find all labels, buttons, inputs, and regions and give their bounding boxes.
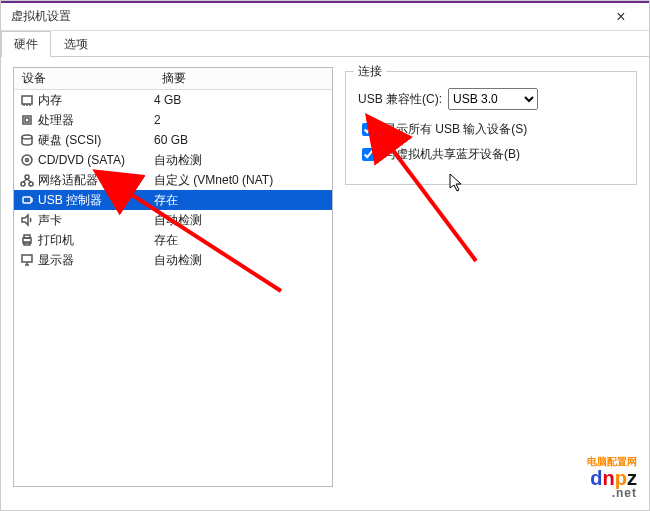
watermark-cn: 电脑配置网 xyxy=(587,455,637,469)
row-hdd[interactable]: 硬盘 (SCSI) 60 GB xyxy=(14,130,332,150)
usb-icon xyxy=(18,193,36,207)
tab-options[interactable]: 选项 xyxy=(51,31,101,57)
row-cd[interactable]: CD/DVD (SATA) 自动检测 xyxy=(14,150,332,170)
svg-point-11 xyxy=(29,182,33,186)
dev-label: 声卡 xyxy=(38,212,154,229)
compat-row: USB 兼容性(C): USB 3.0 xyxy=(358,88,624,110)
svg-line-12 xyxy=(23,179,27,182)
memory-icon xyxy=(18,93,36,107)
svg-rect-14 xyxy=(23,197,31,203)
svg-point-6 xyxy=(22,135,32,139)
col-device: 设备 xyxy=(14,70,154,87)
dev-label: CD/DVD (SATA) xyxy=(38,153,154,167)
dev-label: 硬盘 (SCSI) xyxy=(38,132,154,149)
chk1-input[interactable] xyxy=(362,123,375,136)
list-header: 设备 摘要 xyxy=(14,68,332,90)
dev-summary: 自动检测 xyxy=(154,152,332,169)
dev-summary: 存在 xyxy=(154,192,332,209)
dev-label: 处理器 xyxy=(38,112,154,129)
dev-summary: 4 GB xyxy=(154,93,332,107)
show-usb-input-checkbox[interactable]: 显示所有 USB 输入设备(S) xyxy=(358,120,624,139)
dev-label: 显示器 xyxy=(38,252,154,269)
group-title: 连接 xyxy=(354,63,386,80)
dev-label: 内存 xyxy=(38,92,154,109)
svg-rect-4 xyxy=(23,116,31,124)
watermark: 电脑配置网 dnpz .net xyxy=(590,467,637,500)
chk2-label: 与虚拟机共享蓝牙设备(B) xyxy=(384,146,520,163)
chk2-input[interactable] xyxy=(362,148,375,161)
dev-summary: 2 xyxy=(154,113,332,127)
row-usb[interactable]: USB 控制器 存在 xyxy=(14,190,332,210)
svg-rect-18 xyxy=(24,235,30,238)
printer-icon xyxy=(18,233,36,247)
svg-point-9 xyxy=(25,175,29,179)
content: 设备 摘要 内存 4 GB 处理器 2 硬盘 (SCSI) 60 GB CD/D… xyxy=(1,57,649,497)
left-panel: 设备 摘要 内存 4 GB 处理器 2 硬盘 (SCSI) 60 GB CD/D… xyxy=(13,67,333,487)
hdd-icon xyxy=(18,133,36,147)
dev-summary: 自定义 (VMnet0 (NAT) xyxy=(154,172,332,189)
col-summary: 摘要 xyxy=(154,70,332,87)
dev-label: 打印机 xyxy=(38,232,154,249)
svg-rect-0 xyxy=(22,96,32,104)
close-icon[interactable]: × xyxy=(601,8,641,26)
connection-group: 连接 USB 兼容性(C): USB 3.0 显示所有 USB 输入设备(S) … xyxy=(345,71,637,185)
monitor-icon xyxy=(18,253,36,267)
tab-hardware[interactable]: 硬件 xyxy=(1,31,51,57)
window-title: 虚拟机设置 xyxy=(11,8,71,25)
row-sound[interactable]: 声卡 自动检测 xyxy=(14,210,332,230)
svg-point-10 xyxy=(21,182,25,186)
row-cpu[interactable]: 处理器 2 xyxy=(14,110,332,130)
row-printer[interactable]: 打印机 存在 xyxy=(14,230,332,250)
share-bt-checkbox[interactable]: 与虚拟机共享蓝牙设备(B) xyxy=(358,145,624,164)
dev-summary: 自动检测 xyxy=(154,252,332,269)
chk1-label: 显示所有 USB 输入设备(S) xyxy=(384,121,527,138)
dev-summary: 60 GB xyxy=(154,133,332,147)
svg-rect-5 xyxy=(25,118,29,122)
dev-label: 网络适配器 xyxy=(38,172,154,189)
disc-icon xyxy=(18,153,36,167)
compat-select[interactable]: USB 3.0 xyxy=(448,88,538,110)
right-panel: 连接 USB 兼容性(C): USB 3.0 显示所有 USB 输入设备(S) … xyxy=(345,67,637,487)
svg-point-8 xyxy=(26,159,29,162)
device-list[interactable]: 设备 摘要 内存 4 GB 处理器 2 硬盘 (SCSI) 60 GB CD/D… xyxy=(13,67,333,487)
tabs: 硬件 选项 xyxy=(1,31,649,57)
titlebar: 虚拟机设置 × xyxy=(1,1,649,31)
dev-summary: 存在 xyxy=(154,232,332,249)
compat-label: USB 兼容性(C): xyxy=(358,91,442,108)
network-icon xyxy=(18,173,36,187)
cpu-icon xyxy=(18,113,36,127)
dev-label: USB 控制器 xyxy=(38,192,154,209)
svg-point-7 xyxy=(22,155,32,165)
dev-summary: 自动检测 xyxy=(154,212,332,229)
row-memory[interactable]: 内存 4 GB xyxy=(14,90,332,110)
row-net[interactable]: 网络适配器 自定义 (VMnet0 (NAT) xyxy=(14,170,332,190)
svg-rect-20 xyxy=(22,255,32,262)
svg-line-13 xyxy=(27,179,31,182)
row-display[interactable]: 显示器 自动检测 xyxy=(14,250,332,270)
sound-icon xyxy=(18,213,36,227)
